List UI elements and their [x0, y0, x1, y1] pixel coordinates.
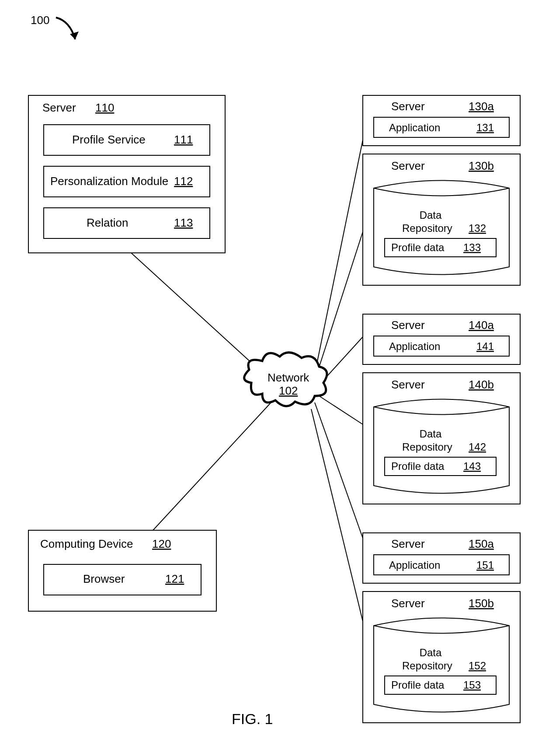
server-130a-ref: 130a — [469, 100, 494, 113]
app-server-150a: Server 150a Application 151 — [363, 533, 520, 583]
app-151-label: Application — [389, 559, 440, 571]
profile-service-label: Profile Service — [72, 133, 146, 146]
repo-132-label-l2: Repository — [402, 222, 452, 234]
figure-ref: 100 — [31, 14, 49, 27]
server-130b-title: Server — [391, 159, 425, 172]
server-130a-title: Server — [391, 100, 425, 113]
browser-label: Browser — [83, 572, 125, 585]
app-131-label: Application — [389, 122, 440, 133]
app-151-ref: 151 — [476, 559, 494, 571]
diagram-canvas: 100 Server 110 Profile Service 111 Perso… — [0, 0, 542, 756]
repo-142-label-l1: Data — [420, 428, 442, 440]
personalization-label: Personalization Module — [50, 175, 168, 188]
repo-132-label-l1: Data — [420, 209, 442, 221]
svg-marker-0 — [70, 32, 79, 39]
repo-132-ref: 132 — [469, 222, 486, 234]
relation-label: Relation — [87, 216, 128, 229]
profile-153-label: Profile data — [391, 679, 445, 691]
repo-server-150b: Server 150b Data Repository 152 Profile … — [363, 592, 520, 723]
app-server-130a: Server 130a Application 131 — [363, 95, 520, 146]
computing-device-ref: 120 — [152, 537, 171, 550]
server-140a-ref: 140a — [469, 318, 494, 332]
repo-152-ref: 152 — [469, 660, 486, 672]
server-130b-ref: 130b — [469, 159, 494, 172]
personalization-ref: 112 — [174, 175, 193, 188]
repo-server-140b: Server 140b Data Repository 142 Profile … — [363, 373, 520, 504]
app-131-ref: 131 — [476, 122, 494, 133]
app-141-ref: 141 — [476, 340, 494, 352]
server-110-title: Server — [42, 101, 76, 114]
server-110-ref: 110 — [95, 101, 114, 114]
relation-ref: 113 — [174, 216, 193, 229]
profile-153-ref: 153 — [463, 679, 481, 691]
svg-line-2 — [153, 402, 271, 530]
browser-ref: 121 — [165, 572, 184, 585]
server-110: Server 110 Profile Service 111 Personali… — [28, 95, 225, 253]
svg-line-6 — [319, 396, 363, 424]
server-150b-ref: 150b — [469, 597, 494, 610]
app-server-140a: Server 140a Application 141 — [363, 314, 520, 364]
network-label: Network — [268, 371, 309, 384]
profile-143-label: Profile data — [391, 460, 445, 472]
repo-server-130b: Server 130b Data Repository 132 Profile … — [363, 154, 520, 285]
server-150a-title: Server — [391, 537, 425, 550]
svg-line-3 — [315, 140, 363, 374]
figure-ref-arrow: 100 — [31, 14, 79, 39]
network-cloud: Network 102 — [244, 353, 327, 406]
svg-line-4 — [315, 232, 363, 381]
server-150b-title: Server — [391, 597, 425, 610]
profile-service-ref: 111 — [174, 133, 193, 146]
repo-142-label-l2: Repository — [402, 441, 452, 453]
network-ref: 102 — [279, 384, 298, 397]
repo-152-label-l2: Repository — [402, 660, 452, 672]
server-140b-title: Server — [391, 378, 425, 391]
server-140a-title: Server — [391, 318, 425, 332]
app-141-label: Application — [389, 340, 440, 352]
server-150a-ref: 150a — [469, 537, 494, 550]
computing-device-title: Computing Device — [40, 537, 133, 550]
computing-device: Computing Device 120 Browser 121 — [28, 530, 216, 611]
figure-caption: FIG. 1 — [232, 710, 273, 727]
svg-line-7 — [315, 402, 363, 538]
server-140b-ref: 140b — [469, 378, 494, 391]
repo-152-label-l1: Data — [420, 647, 442, 658]
profile-143-ref: 143 — [463, 460, 481, 472]
profile-133-label: Profile data — [391, 242, 445, 253]
repo-142-ref: 142 — [469, 441, 486, 453]
profile-133-ref: 133 — [463, 242, 481, 253]
